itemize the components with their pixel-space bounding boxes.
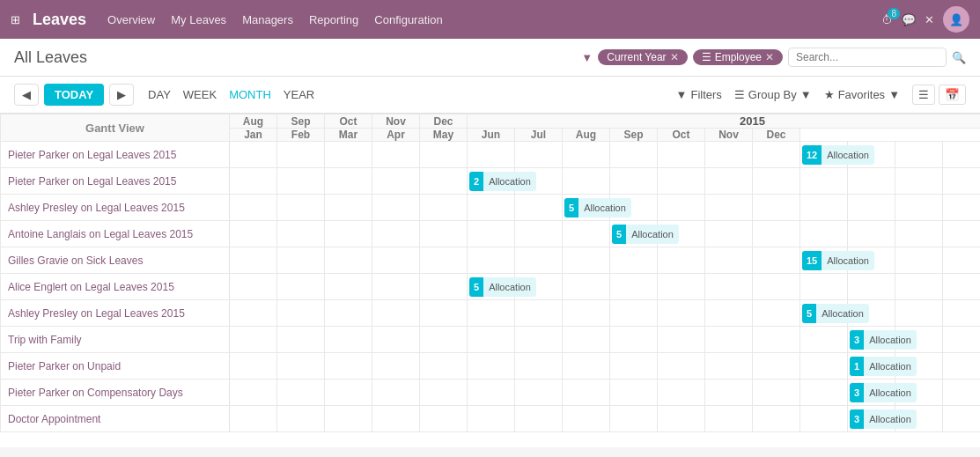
gantt-cell	[515, 406, 563, 432]
table-row: Ashley Presley on Legal Leaves 20155Allo…	[1, 300, 981, 327]
favorites-button[interactable]: ★ Favorites ▼	[824, 88, 900, 101]
gantt-cell	[277, 406, 325, 432]
toolbar-left: ◀ TODAY ▶ DAY WEEK MONTH YEAR	[14, 84, 314, 106]
gantt-row-link[interactable]: Pieter Parker on Unpaid	[8, 360, 121, 372]
gantt-row-link[interactable]: Doctor Appointment	[8, 413, 100, 425]
search-input[interactable]	[788, 48, 947, 67]
gantt-row-label[interactable]: Pieter Parker on Legal Leaves 2015	[1, 142, 230, 168]
close-icon[interactable]: ✕	[925, 13, 934, 26]
remove-filter-year[interactable]: ✕	[670, 51, 679, 63]
filters-button[interactable]: ▼ Filters	[676, 88, 722, 101]
gantt-row-label[interactable]: Antoine Langlais on Legal Leaves 2015	[1, 221, 230, 247]
app-grid-icon[interactable]: ⊞	[11, 13, 20, 26]
allocation-number: 3	[850, 383, 864, 402]
gantt-row-link[interactable]: Pieter Parker on Legal Leaves 2015	[8, 149, 176, 161]
gantt-row-link[interactable]: Pieter Parker on Legal Leaves 2015	[8, 175, 176, 188]
gantt-row-label[interactable]: Pieter Parker on Compensatory Days	[1, 380, 230, 406]
next-button[interactable]: ▶	[109, 84, 134, 106]
view-year[interactable]: YEAR	[284, 88, 314, 101]
gantt-row-label[interactable]: Ashley Presley on Legal Leaves 2015	[1, 300, 230, 327]
gantt-cell	[800, 195, 848, 221]
view-icons: ☰ 📅	[912, 85, 966, 105]
month-oct-prev: Oct	[325, 114, 372, 129]
gantt-cell	[753, 274, 800, 300]
prev-button[interactable]: ◀	[14, 84, 39, 106]
gantt-row-label[interactable]: Alice Englert on Legal Leaves 2015	[1, 274, 230, 300]
gantt-cell	[277, 247, 325, 274]
gantt-cell	[277, 221, 325, 247]
gantt-cell	[372, 406, 420, 432]
gantt-cell	[658, 353, 705, 380]
nav-managers[interactable]: Managers	[242, 13, 293, 26]
gantt-row-label[interactable]: Trip with Family	[1, 327, 230, 353]
gantt-row-link[interactable]: Alice Englert on Legal Leaves 2015	[8, 281, 174, 293]
gantt-row-label[interactable]: Doctor Appointment	[1, 406, 230, 432]
nav-overview[interactable]: Overview	[107, 13, 155, 26]
nav-myleaves[interactable]: My Leaves	[171, 13, 226, 26]
gantt-cell	[420, 195, 468, 221]
remove-filter-employee[interactable]: ✕	[765, 51, 774, 63]
gantt-cell	[610, 353, 658, 380]
gantt-cell	[658, 300, 705, 327]
filter-tag-label-year: Current Year	[607, 51, 666, 63]
gantt-cell: 5Allocation	[563, 195, 610, 221]
gantt-row-link[interactable]: Pieter Parker on Compensatory Days	[8, 387, 183, 399]
filters-label: Filters	[690, 88, 721, 101]
gantt-cell	[230, 327, 277, 353]
gantt-cell	[230, 406, 277, 432]
filter-tag-current-year[interactable]: Current Year ✕	[598, 49, 687, 65]
gantt-row-label[interactable]: Pieter Parker on Unpaid	[1, 353, 230, 380]
gantt-cell	[325, 327, 372, 353]
gantt-cell	[230, 195, 277, 221]
gantt-row-link[interactable]: Trip with Family	[8, 334, 82, 346]
search-icon[interactable]: 🔍	[952, 51, 966, 64]
group-by-button[interactable]: ☰ Group By ▼	[734, 88, 812, 101]
view-week[interactable]: WEEK	[183, 88, 217, 101]
filter-tag-icon-employee: ☰	[702, 51, 711, 63]
gantt-row-link[interactable]: Ashley Presley on Legal Leaves 2015	[8, 307, 185, 320]
groupby-icon: ☰	[734, 88, 745, 101]
gantt-row-link[interactable]: Gilles Gravie on Sick Leaves	[8, 254, 143, 267]
chat-icon[interactable]: 💬	[902, 13, 916, 26]
gantt-cell	[515, 168, 563, 195]
today-button[interactable]: TODAY	[44, 84, 104, 106]
gantt-cell	[895, 353, 943, 380]
list-view-button[interactable]: ☰	[912, 85, 935, 105]
gantt-cell	[658, 406, 705, 432]
gantt-row-label[interactable]: Gilles Gravie on Sick Leaves	[1, 247, 230, 274]
gantt-row-label[interactable]: Pieter Parker on Legal Leaves 2015	[1, 168, 230, 195]
gantt-cell	[848, 142, 895, 168]
gantt-cell	[895, 300, 943, 327]
calendar-view-button[interactable]: 📅	[939, 85, 966, 105]
gantt-cell	[800, 327, 848, 353]
view-month[interactable]: MONTH	[229, 88, 271, 101]
gantt-cell	[800, 353, 848, 380]
allocation-number: 5	[469, 277, 483, 297]
nav-configuration[interactable]: Configuration	[374, 13, 442, 26]
filter-tag-employee[interactable]: ☰ Employee ✕	[693, 49, 783, 65]
month-sep-prev: Sep	[277, 114, 325, 129]
groupby-chevron: ▼	[800, 88, 812, 101]
gantt-cell	[610, 406, 658, 432]
gantt-cell	[753, 195, 800, 221]
gantt-cell	[515, 142, 563, 168]
filter-funnel-icon: ▼	[676, 88, 688, 101]
gantt-cell	[325, 300, 372, 327]
gantt-cell	[372, 327, 420, 353]
clock-icon[interactable]: ⏱ 8	[881, 13, 893, 26]
gantt-cell	[943, 406, 981, 432]
allocation-number: 3	[850, 409, 864, 429]
month-nov-prev: Nov	[372, 114, 420, 129]
gantt-row-link[interactable]: Antoine Langlais on Legal Leaves 2015	[8, 228, 193, 240]
gantt-cell	[277, 353, 325, 380]
month-dec-prev: Dec	[420, 114, 468, 129]
gantt-row-label[interactable]: Ashley Presley on Legal Leaves 2015	[1, 195, 230, 221]
view-day[interactable]: DAY	[148, 88, 171, 101]
avatar[interactable]: 👤	[943, 6, 969, 33]
gantt-cell	[943, 380, 981, 406]
gantt-cell	[277, 142, 325, 168]
gantt-row-link[interactable]: Ashley Presley on Legal Leaves 2015	[8, 202, 185, 214]
month-nov: Nov	[705, 129, 753, 142]
nav-reporting[interactable]: Reporting	[309, 13, 358, 26]
gantt-cell	[515, 247, 563, 274]
